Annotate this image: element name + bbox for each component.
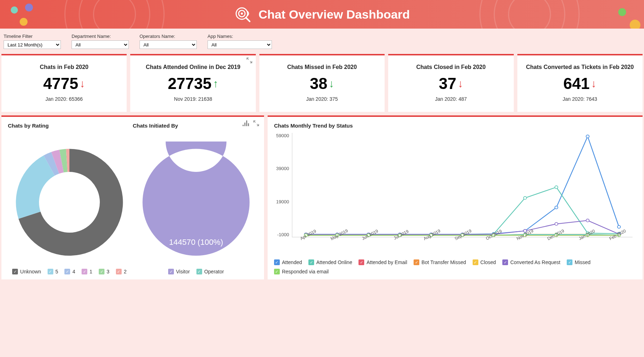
legend-item[interactable]: ✓Attended Online xyxy=(308,259,352,265)
kpi-card: Chats Converted as Tickets in Feb 202064… xyxy=(517,54,643,112)
kpi-subtext: Jan 2020: 7643 xyxy=(524,96,636,102)
kpi-title: Chats Attended Online in Dec 2019 xyxy=(137,64,249,70)
svg-point-73 xyxy=(586,219,589,222)
department-filter-select[interactable]: All xyxy=(72,40,129,49)
kpi-value: 38 ↓ xyxy=(310,75,334,93)
rating-donut-chart xyxy=(9,142,130,263)
table-view-icon[interactable] xyxy=(243,120,249,128)
initiated-donut-chart: 144570 (100%) xyxy=(135,142,257,263)
svg-rect-4 xyxy=(243,125,244,126)
kpi-value: 4775 ↓ xyxy=(43,75,85,93)
trend-arrow-icon: ↓ xyxy=(591,78,596,90)
kpi-value: 27735 ↑ xyxy=(168,75,218,93)
trend-arrow-icon: ↑ xyxy=(213,78,218,90)
svg-rect-6 xyxy=(246,120,247,126)
legend-item[interactable]: ✓Operator xyxy=(196,269,224,274)
initiated-chart-title: Chats Initiated By xyxy=(133,123,178,129)
legend-item[interactable]: ✓Attended xyxy=(274,259,302,265)
trend-arrow-icon: ↓ xyxy=(329,78,334,90)
svg-point-2 xyxy=(241,13,243,15)
svg-line-3 xyxy=(246,18,250,21)
svg-point-72 xyxy=(555,223,558,225)
expand-icon[interactable] xyxy=(253,120,259,128)
dashboard-logo-icon xyxy=(234,6,251,23)
kpi-title: Chats in Feb 2020 xyxy=(8,64,120,70)
legend-item[interactable]: ✓Closed xyxy=(473,259,496,265)
left-charts-panel: Chats by Rating Chats Initiated By ✓Unkn… xyxy=(1,115,264,279)
svg-rect-7 xyxy=(248,123,249,126)
kpi-subtext: Jan 2020: 487 xyxy=(395,96,507,102)
legend-item[interactable]: ✓Converted As Request xyxy=(502,259,560,265)
legend-item[interactable]: ✓Visitor xyxy=(168,269,190,274)
timeline-filter-label: Timeline Filter xyxy=(4,34,61,39)
expand-icon[interactable] xyxy=(247,58,252,65)
apps-filter-select[interactable]: All xyxy=(208,40,272,49)
rating-legend: ✓Unknown✓5✓4✓1✓3✓2 xyxy=(12,269,126,274)
legend-item[interactable]: ✓2 xyxy=(116,269,127,274)
department-filter-label: Department Name: xyxy=(72,34,129,39)
legend-item[interactable]: ✓Attended by Email xyxy=(358,259,407,265)
timeline-filter-select[interactable]: Last 12 Month(s) xyxy=(4,40,61,49)
kpi-card: Chats Closed in Feb 202037 ↓Jan 2020: 48… xyxy=(388,54,513,112)
svg-point-28 xyxy=(555,186,558,189)
trend-panel: Chats Monthly Trend by Status 5900039000… xyxy=(268,115,643,279)
kpi-subtext: Jan 2020: 65366 xyxy=(8,96,120,102)
svg-point-27 xyxy=(523,197,527,199)
kpi-value: 641 ↓ xyxy=(564,75,596,93)
filter-bar: Timeline Filter Last 12 Month(s) Departm… xyxy=(0,29,644,54)
kpi-card: Chats Missed in Feb 202038 ↓Jan 2020: 37… xyxy=(259,54,385,112)
operators-filter-label: Operators Name: xyxy=(140,34,197,39)
trend-legend: ✓Attended✓Attended Online✓Attended by Em… xyxy=(274,259,636,274)
legend-item[interactable]: ✓3 xyxy=(99,269,109,274)
trend-arrow-icon: ↓ xyxy=(80,78,85,90)
legend-item[interactable]: ✓Missed xyxy=(567,259,590,265)
trend-chart-title: Chats Monthly Trend by Status xyxy=(274,123,636,129)
trend-line-chart: 590003900019000-1000 Apr 2019May 2019Jun… xyxy=(292,133,633,255)
kpi-title: Chats Closed in Feb 2020 xyxy=(395,64,507,70)
kpi-subtext: Nov 2019: 21638 xyxy=(137,96,249,102)
kpi-value: 37 ↓ xyxy=(439,75,463,93)
kpi-title: Chats Missed in Feb 2020 xyxy=(266,64,378,70)
legend-item[interactable]: ✓Unknown xyxy=(12,269,41,274)
svg-point-17 xyxy=(555,206,558,209)
legend-item[interactable]: ✓Responded via email xyxy=(274,269,329,274)
svg-rect-5 xyxy=(244,123,245,126)
page-header: Chat Overview Dashboard xyxy=(0,0,644,29)
kpi-card: Chats in Feb 20204775 ↓Jan 2020: 65366 xyxy=(1,54,127,112)
page-title: Chat Overview Dashboard xyxy=(258,8,410,21)
kpi-subtext: Jan 2020: 375 xyxy=(266,96,378,102)
rating-chart-title: Chats by Rating xyxy=(8,123,49,129)
kpi-title: Chats Converted as Tickets in Feb 2020 xyxy=(524,64,636,70)
trend-arrow-icon: ↓ xyxy=(458,78,463,90)
kpi-cards-row: Chats in Feb 20204775 ↓Jan 2020: 65366Ch… xyxy=(0,54,644,112)
svg-text:144570 (100%): 144570 (100%) xyxy=(169,238,223,247)
legend-item[interactable]: ✓5 xyxy=(48,269,58,274)
kpi-card: Chats Attended Online in Dec 201927735 ↑… xyxy=(130,54,255,112)
legend-item[interactable]: ✓Bot Transfer Missed xyxy=(414,259,466,265)
legend-item[interactable]: ✓4 xyxy=(64,269,75,274)
initiated-legend: ✓Visitor✓Operator xyxy=(168,269,224,274)
svg-point-18 xyxy=(586,135,589,138)
apps-filter-label: App Names: xyxy=(208,34,272,39)
legend-item[interactable]: ✓1 xyxy=(82,269,92,274)
operators-filter-select[interactable]: All xyxy=(140,40,197,49)
